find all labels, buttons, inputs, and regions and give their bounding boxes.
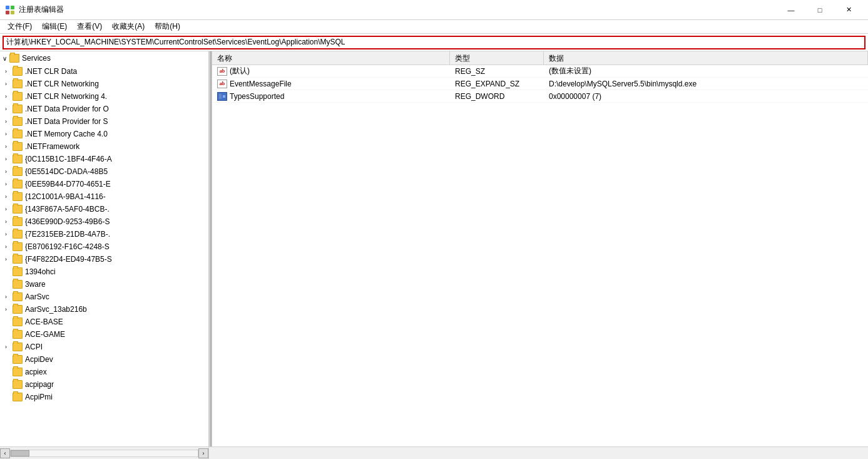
chevron-down-icon: ∨ [3,55,7,62]
right-panel: 名称 类型 数据 ab (默认) REG_SZ (数值未设置) ab Event… [212,51,868,446]
title-bar: 注册表编辑器 — □ ✕ [0,0,868,20]
tree-item-label: {12C1001A-9BA1-4116- [25,192,106,201]
expand-arrow-icon: › [5,219,13,225]
expand-arrow-icon: › [5,131,13,137]
scroll-left-button[interactable]: ‹ [0,448,10,458]
folder-icon [13,330,23,339]
tree-item-5[interactable]: › .NET Memory Cache 4.0 [0,128,208,140]
tree-item-label: .NETFramework [25,142,79,151]
tree-item-label: {7E2315EB-21DB-4A7B-. [25,230,110,239]
col-header-type: 类型 [450,51,544,64]
folder-icon [13,155,23,163]
tree-item-16[interactable]: 1394ohci [0,266,208,278]
tree-item-23[interactable]: AcpiDev [0,353,208,366]
app-title: 注册表编辑器 [19,4,777,15]
tree-item-9[interactable]: › {0EE59B44-D770-4651-E [0,178,208,190]
tree-item-label: ACE-GAME [25,330,65,339]
folder-icon [13,255,23,264]
menu-view[interactable]: 查看(V) [72,20,107,33]
folder-icon [13,242,23,251]
tree-item-25[interactable]: acpipagr [0,378,208,391]
folder-icon [13,305,23,314]
svg-rect-2 [6,11,9,14]
svg-rect-1 [11,6,14,9]
tree-item-11[interactable]: › {143F867A-5AF0-4BCB-. [0,203,208,215]
tree-item-label: .NET CLR Networking 4. [25,92,107,101]
folder-icon [13,180,23,188]
tree-item-label: {E8706192-F16C-4248-S [25,242,110,251]
svg-rect-4 [219,94,222,99]
data-row-0[interactable]: ab (默认) REG_SZ (数值未设置) [212,65,868,78]
tree-item-26[interactable]: AcpiPmi [0,391,208,403]
tree-item-0[interactable]: › .NET CLR Data [0,65,208,78]
tree-item-15[interactable]: › {F4F822D4-ED49-47B5-S [0,253,208,266]
tree-horizontal-scroll[interactable]: ‹ › [0,447,209,459]
scroll-thumb[interactable] [11,450,29,456]
folder-icon [13,192,23,201]
tree-item-8[interactable]: › {0E5514DC-DADA-48B5 [0,165,208,178]
tree-item-20[interactable]: ACE-BASE [0,316,208,328]
reg-dword-icon [217,92,227,101]
data-cell-type-0: REG_SZ [450,66,544,76]
expand-arrow-icon: › [5,143,13,150]
menu-edit[interactable]: 编辑(E) [37,20,72,33]
tree-item-label: acpipagr [25,380,54,389]
tree-item-12[interactable]: › {436E990D-9253-49B6-S [0,215,208,228]
folder-icon [13,130,23,138]
expand-arrow-icon: › [5,231,13,237]
address-input[interactable] [3,36,865,49]
bottom-area: ‹ › [0,446,868,459]
tree-item-10[interactable]: › {12C1001A-9BA1-4116- [0,190,208,203]
folder-icon [13,117,23,126]
tree-item-3[interactable]: › .NET Data Provider for O [0,103,208,115]
expand-arrow-icon: › [5,256,13,262]
tree-item-label: {0EE59B44-D770-4651-E [25,180,111,188]
data-cell-data-1: D:\develop\MySQLServer5.5\bin\mysqld.exe [544,79,868,89]
menu-file[interactable]: 文件(F) [3,20,37,33]
tree-item-2[interactable]: › .NET CLR Networking 4. [0,90,208,103]
folder-icon [13,67,23,76]
tree-item-label: {143F867A-5AF0-4BCB-. [25,205,110,214]
tree-panel[interactable]: ∨ Services › .NET CLR Data › .NET CLR Ne… [0,51,209,446]
tree-item-4[interactable]: › .NET Data Provider for S [0,115,208,128]
svg-rect-0 [6,6,9,9]
data-row-1[interactable]: ab EventMessageFile REG_EXPAND_SZ D:\dev… [212,78,868,90]
scroll-right-button[interactable]: › [198,448,208,458]
expand-arrow-icon: › [5,156,13,162]
tree-item-label: AarSvc_13ab216b [25,305,87,314]
expand-arrow-icon: › [5,206,13,212]
tree-item-22[interactable]: › ACPI [0,341,208,353]
tree-item-18[interactable]: › AarSvc [0,291,208,303]
status-bar [209,447,868,459]
minimize-button[interactable]: — [777,0,805,20]
tree-item-17[interactable]: 3ware [0,278,208,291]
tree-header-services[interactable]: ∨ Services [0,51,208,65]
tree-item-label: acpiex [25,368,47,376]
menu-favorites[interactable]: 收藏夹(A) [107,20,150,33]
menu-help[interactable]: 帮助(H) [150,20,185,33]
tree-item-21[interactable]: ACE-GAME [0,328,208,341]
data-row-2[interactable]: TypesSupported REG_DWORD 0x00000007 (7) [212,90,868,103]
tree-item-24[interactable]: acpiex [0,366,208,378]
tree-item-14[interactable]: › {E8706192-F16C-4248-S [0,240,208,253]
folder-icon [13,167,23,176]
maximize-button[interactable]: □ [805,0,834,20]
tree-item-7[interactable]: › {0C115B1C-1BF4-4F46-A [0,153,208,165]
folder-icon [13,393,23,401]
folder-icon [13,317,23,326]
expand-arrow-icon: › [5,106,13,112]
tree-item-19[interactable]: › AarSvc_13ab216b [0,303,208,316]
data-name-label: TypesSupported [230,92,284,101]
tree-item-label: .NET Memory Cache 4.0 [25,130,108,138]
tree-item-6[interactable]: › .NETFramework [0,140,208,153]
expand-arrow-icon: › [5,244,13,250]
tree-item-13[interactable]: › {7E2315EB-21DB-4A7B-. [0,228,208,240]
close-button[interactable]: ✕ [834,0,863,20]
tree-item-label: .NET Data Provider for O [25,105,109,113]
tree-item-1[interactable]: › .NET CLR Networking [0,78,208,90]
window-controls: — □ ✕ [777,0,863,20]
address-bar [0,34,868,51]
folder-icon [13,142,23,151]
tree-item-label: .NET CLR Networking [25,80,99,88]
data-cell-data-2: 0x00000007 (7) [544,91,868,101]
